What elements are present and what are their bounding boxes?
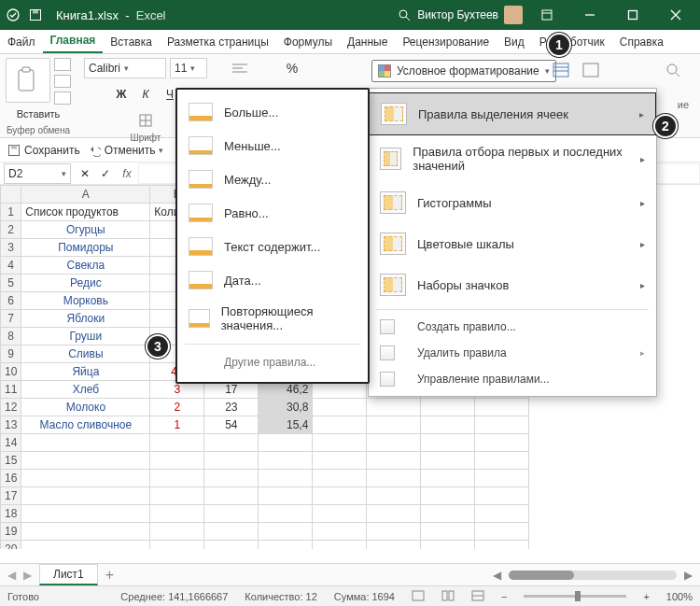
- row-header[interactable]: 5: [1, 275, 21, 292]
- cell[interactable]: Морковь: [21, 292, 150, 310]
- new-rule-item[interactable]: Создать правило...: [369, 314, 656, 340]
- tab-Вставка[interactable]: Вставка: [103, 32, 160, 53]
- hscroll-right-icon[interactable]: ▶: [684, 569, 693, 582]
- rule-item-1[interactable]: Меньше...: [177, 129, 368, 162]
- select-all-cell[interactable]: [1, 186, 21, 204]
- cell[interactable]: [204, 505, 259, 523]
- cell[interactable]: [421, 470, 475, 487]
- cell[interactable]: [367, 416, 421, 434]
- cell[interactable]: [313, 505, 367, 523]
- rule-item-0[interactable]: Больше...: [177, 95, 368, 129]
- italic-button[interactable]: К: [135, 84, 156, 105]
- row-header[interactable]: 15: [1, 452, 21, 470]
- cell[interactable]: [475, 541, 529, 550]
- rule-item-6[interactable]: Повторяющиеся значения...: [177, 297, 368, 340]
- row-header[interactable]: 6: [1, 292, 21, 310]
- view-pagebreak-icon[interactable]: [471, 590, 484, 603]
- zoom-out-button[interactable]: −: [501, 591, 507, 602]
- row-header[interactable]: 13: [1, 416, 21, 434]
- format-table-icon[interactable]: [551, 60, 571, 80]
- cell[interactable]: [421, 541, 475, 550]
- row-header[interactable]: 7: [1, 310, 21, 328]
- cell[interactable]: [204, 470, 259, 487]
- cell[interactable]: 15,4: [259, 416, 313, 434]
- cell[interactable]: [475, 399, 529, 416]
- horizontal-scrollbar[interactable]: [509, 571, 677, 580]
- cell-styles-icon[interactable]: [581, 60, 601, 80]
- avatar[interactable]: [504, 6, 523, 24]
- cell[interactable]: Яблоки: [21, 310, 150, 328]
- cell[interactable]: [475, 523, 529, 541]
- cell[interactable]: Масло сливочное: [21, 416, 150, 434]
- cancel-fx-icon[interactable]: ✕: [75, 163, 95, 184]
- tab-Файл[interactable]: Файл: [0, 32, 43, 53]
- cell[interactable]: [475, 434, 529, 452]
- cell[interactable]: [150, 505, 204, 523]
- row-header[interactable]: 2: [1, 221, 21, 239]
- cell[interactable]: [367, 452, 421, 470]
- cell[interactable]: 23: [204, 399, 259, 416]
- manage-rules-item[interactable]: Управление правилами...: [369, 366, 656, 392]
- cell[interactable]: 1: [150, 416, 204, 434]
- enter-fx-icon[interactable]: ✓: [95, 163, 116, 184]
- cell[interactable]: [475, 452, 529, 470]
- cell[interactable]: [21, 434, 150, 452]
- user-name[interactable]: Виктор Бухтеев: [417, 8, 498, 21]
- cell[interactable]: [313, 416, 367, 434]
- cell[interactable]: [259, 541, 313, 550]
- cell[interactable]: [150, 523, 204, 541]
- name-box[interactable]: D2▾: [4, 163, 71, 184]
- cell[interactable]: [21, 541, 150, 550]
- cell[interactable]: [313, 399, 367, 416]
- row-header[interactable]: 11: [1, 381, 21, 399]
- cell[interactable]: [313, 487, 367, 505]
- cell[interactable]: [475, 470, 529, 487]
- tab-Формулы[interactable]: Формулы: [276, 32, 340, 53]
- format-painter-icon[interactable]: [54, 92, 71, 105]
- cell[interactable]: [367, 434, 421, 452]
- cell[interactable]: [313, 523, 367, 541]
- cell[interactable]: [367, 470, 421, 487]
- row-header[interactable]: 1: [1, 204, 21, 221]
- cell[interactable]: 54: [204, 416, 259, 434]
- cell[interactable]: [367, 523, 421, 541]
- cell[interactable]: [259, 452, 313, 470]
- cell[interactable]: [21, 452, 150, 470]
- cut-icon[interactable]: [54, 58, 71, 71]
- tab-Разметка страницы[interactable]: Разметка страницы: [160, 32, 276, 53]
- row-header[interactable]: 17: [1, 487, 21, 505]
- cell[interactable]: [367, 505, 421, 523]
- row-header[interactable]: 20: [1, 541, 21, 550]
- row-header[interactable]: 18: [1, 505, 21, 523]
- zoom-level[interactable]: 100%: [666, 591, 693, 602]
- sheet-tab[interactable]: Лист1: [39, 564, 98, 585]
- cell[interactable]: [150, 487, 204, 505]
- align-icon[interactable]: [230, 58, 250, 78]
- rule-item-3[interactable]: Равно...: [177, 196, 368, 230]
- rule-item-5[interactable]: Дата...: [177, 263, 368, 297]
- cell[interactable]: [421, 487, 475, 505]
- clear-rules-item[interactable]: Удалить правила▸: [369, 340, 656, 366]
- tab-Рецензирование[interactable]: Рецензирование: [395, 32, 497, 53]
- cell[interactable]: [21, 470, 150, 487]
- tab-Вид[interactable]: Вид: [497, 32, 532, 53]
- row-header[interactable]: 16: [1, 470, 21, 487]
- cell[interactable]: Огурцы: [21, 221, 150, 239]
- rule-item-4[interactable]: Текст содержит...: [177, 230, 368, 263]
- icon-sets-item[interactable]: Наборы значков▸: [369, 264, 656, 305]
- cell[interactable]: Сливы: [21, 345, 150, 363]
- percent-icon[interactable]: %: [282, 58, 302, 78]
- conditional-formatting-button[interactable]: Условное форматирование ▾: [371, 60, 556, 82]
- font-size-combo[interactable]: 11▾: [170, 58, 207, 78]
- cell[interactable]: [150, 470, 204, 487]
- row-header[interactable]: 10: [1, 363, 21, 381]
- zoom-in-button[interactable]: +: [643, 591, 649, 602]
- cell[interactable]: [204, 487, 259, 505]
- ribbon-collapse-icon[interactable]: [528, 2, 566, 28]
- cell[interactable]: Яйца: [21, 363, 150, 381]
- undo-button[interactable]: Отменить▾: [88, 144, 164, 157]
- hscroll-left-icon[interactable]: ◀: [493, 569, 501, 582]
- cell[interactable]: Редис: [21, 275, 150, 292]
- cell[interactable]: [367, 487, 421, 505]
- col-header-A[interactable]: A: [21, 186, 150, 204]
